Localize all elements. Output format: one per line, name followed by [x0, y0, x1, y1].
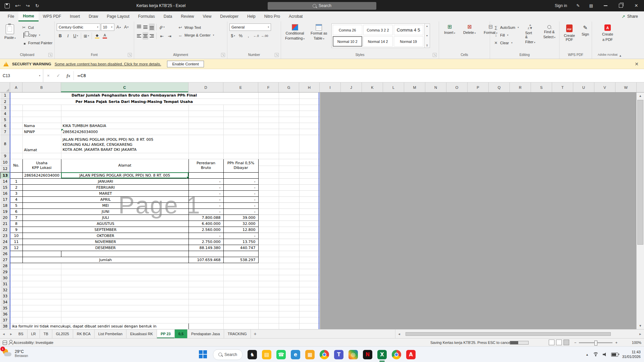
paste-button[interactable]: Paste▾	[2, 23, 18, 41]
cell[interactable]	[10, 251, 22, 257]
cell[interactable]	[279, 263, 299, 269]
cell[interactable]	[223, 299, 258, 305]
cell[interactable]	[61, 287, 189, 293]
cell[interactable]	[10, 311, 22, 317]
column-header-J[interactable]: J	[341, 82, 362, 92]
column-header-T[interactable]: T	[552, 82, 573, 92]
zoom-out-icon[interactable]: −	[574, 341, 576, 345]
cell[interactable]	[258, 251, 279, 257]
row-header-7[interactable]: 7	[0, 129, 10, 135]
row-header-36[interactable]: 36	[0, 311, 10, 317]
taskbar-teams-icon[interactable]: T	[334, 350, 343, 359]
th-usaha[interactable]: UsahaKPP Lokasi	[22, 159, 61, 172]
sheet-tab-0-5[interactable]: 0,5	[175, 329, 187, 338]
cell[interactable]	[10, 299, 22, 305]
vertical-scroll-thumb[interactable]	[637, 100, 643, 245]
cell[interactable]	[258, 172, 279, 178]
column-header-D[interactable]: D	[189, 82, 223, 92]
cell[interactable]	[258, 263, 279, 269]
alamat-label[interactable]: Alamat	[22, 135, 61, 153]
cell[interactable]	[22, 299, 61, 305]
month-no[interactable]: 3	[10, 190, 22, 196]
cell[interactable]	[279, 166, 299, 172]
zoom-slider-thumb[interactable]	[594, 341, 597, 346]
enter-icon[interactable]: ✓	[53, 69, 63, 82]
column-header-F[interactable]: F	[258, 82, 279, 92]
bottom-align-icon[interactable]	[149, 23, 155, 31]
cell[interactable]	[258, 153, 279, 159]
sheet-subtitle[interactable]: Per Masa Pajak Serta Dari Masing-Masing …	[10, 99, 258, 105]
ribbon-tab-data[interactable]: Data	[159, 11, 176, 21]
cell[interactable]	[299, 135, 320, 153]
month-no[interactable]: 6	[10, 208, 22, 215]
ribbon-tab-review[interactable]: Review	[176, 11, 198, 21]
row-header-26[interactable]: 26	[0, 251, 10, 257]
cell[interactable]	[279, 245, 299, 251]
clock[interactable]: 11:43 31/01/2026	[622, 350, 641, 359]
cell[interactable]	[223, 123, 258, 129]
month-no[interactable]: 7	[10, 215, 22, 221]
cell[interactable]	[61, 275, 189, 281]
column-header-R[interactable]: R	[510, 82, 531, 92]
cell[interactable]	[299, 239, 320, 245]
month-pph[interactable]: 39.000	[223, 215, 258, 221]
ribbon-tab-file[interactable]: File	[3, 11, 18, 21]
month-no[interactable]: 11	[10, 239, 22, 245]
cell[interactable]	[61, 281, 189, 287]
horizontal-scrollbar[interactable]: ◂ ▸	[395, 329, 644, 338]
cell[interactable]	[61, 153, 189, 159]
cell[interactable]	[10, 305, 22, 311]
cell[interactable]	[258, 323, 279, 329]
column-header-B[interactable]: B	[22, 82, 61, 92]
delete-cells-button[interactable]: ⊠Delete▾	[460, 23, 479, 35]
column-header-P[interactable]: P	[468, 82, 489, 92]
cell[interactable]	[22, 105, 61, 111]
cell[interactable]	[22, 275, 61, 281]
sign-button[interactable]: ✎ Sign	[579, 23, 591, 37]
month-name[interactable]: AGUSTUS	[22, 221, 189, 227]
cell[interactable]	[258, 190, 279, 196]
select-all-button[interactable]	[0, 82, 10, 92]
name-box[interactable]: C13▾	[0, 69, 43, 82]
cell[interactable]	[10, 153, 22, 159]
taskbar-folder-icon[interactable]: ▦	[305, 350, 315, 359]
selected-cell-C13[interactable]: JALAN PESING POGLAR (POOL PPD) NO. 8 RT.…	[61, 172, 189, 178]
cell[interactable]	[10, 105, 22, 111]
cell[interactable]	[279, 135, 299, 153]
decrease-indent-icon[interactable]: ⇤	[158, 32, 165, 40]
cell[interactable]	[258, 215, 279, 221]
decrease-decimal-icon[interactable]: →.00	[260, 32, 269, 40]
conditional-formatting-button[interactable]: Conditional Formatting▾	[283, 23, 307, 42]
scroll-down-icon[interactable]: ▼	[637, 322, 644, 329]
sheet-tab-tb[interactable]: TB	[40, 329, 52, 338]
cell[interactable]	[258, 221, 279, 227]
row-header-15[interactable]: 15	[0, 184, 10, 190]
restore-button[interactable]	[613, 0, 629, 11]
middle-align-icon[interactable]	[143, 23, 148, 31]
cell[interactable]	[258, 111, 279, 117]
cell-style-item[interactable]: Normal 14 2	[363, 36, 393, 47]
cell[interactable]	[223, 135, 258, 153]
cell[interactable]	[189, 251, 223, 257]
row-header-14[interactable]: 14	[0, 178, 10, 184]
zoom-level[interactable]: 100%	[632, 339, 641, 347]
taskbar-chess-app-icon[interactable]: ♞	[248, 350, 257, 359]
cell[interactable]	[10, 129, 22, 135]
cell[interactable]	[10, 263, 22, 269]
month-bruto[interactable]: 7.800.088	[189, 215, 223, 221]
month-bruto[interactable]: 88.149.380	[189, 245, 223, 251]
row-header-23[interactable]: 23	[0, 233, 10, 239]
cell[interactable]	[279, 105, 299, 111]
taskbar-photos-icon[interactable]: ◎	[348, 350, 358, 359]
cell[interactable]	[61, 117, 189, 123]
row-header-32[interactable]: 32	[0, 287, 10, 293]
cell[interactable]	[258, 99, 279, 105]
month-pph[interactable]: 440.747	[223, 245, 258, 251]
bold-button[interactable]: B	[57, 32, 64, 40]
month-pph[interactable]: 32.000	[223, 221, 258, 227]
row-header-37[interactable]: 37	[0, 317, 10, 323]
taskbar-browser-icon[interactable]	[392, 350, 401, 359]
wrap-text-button[interactable]: ↩Wrap Text	[176, 23, 215, 31]
taskbar-edge-icon[interactable]: e	[291, 350, 300, 359]
cell[interactable]	[258, 208, 279, 215]
